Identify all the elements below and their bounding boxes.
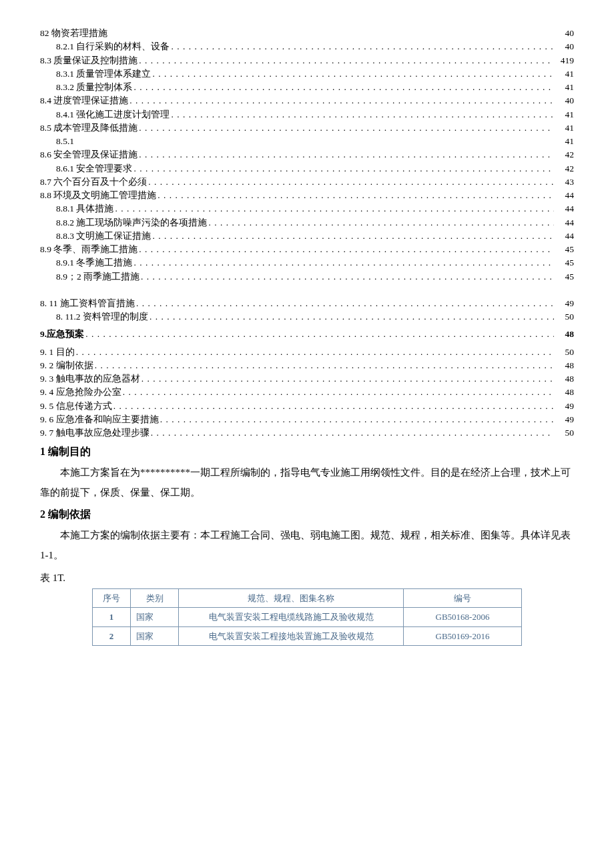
toc-row: 9. 2 编制依据. . . . . . . . . . . . . . . .… <box>40 359 574 372</box>
toc-page: 50 <box>554 346 574 359</box>
toc-row: 8.4.1 强化施工进度计划管理. . . . . . . . . . . . … <box>40 108 574 121</box>
toc-label: 9. 4 应急抢险办公室 <box>40 386 121 399</box>
toc-label: 9. 1 目的 <box>40 346 75 359</box>
toc-page: 48 <box>554 359 574 372</box>
toc-label: 8.8.3 文明施工保证措施 <box>56 230 151 243</box>
toc-label: 9. 7 触电事故应急处理步骤 <box>40 426 149 440</box>
toc-label: 9.应急预案 <box>40 328 84 341</box>
toc-dots: . . . . . . . . . . . . . . . . . . . . … <box>137 243 554 256</box>
toc-dots: . . . . . . . . . . . . . . . . . . . . … <box>207 216 554 230</box>
toc-label: 8.6.1 安全管理要求 <box>56 162 132 175</box>
heading-2: 2 编制依据 <box>40 506 574 522</box>
toc-dots: . . . . . . . . . . . . . . . . . . . . … <box>137 121 554 135</box>
toc-row: 9. 6 应急准备和响应主要措施. . . . . . . . . . . . … <box>40 413 574 426</box>
table-header-row: 序号 类别 规范、规程、图集名称 编号 <box>93 588 522 608</box>
cell-cat: 国家 <box>131 626 179 646</box>
toc-row: 9. 5 信息传递方式. . . . . . . . . . . . . . .… <box>40 400 574 413</box>
toc-row: 8. 11.2 资料管理的制度. . . . . . . . . . . . .… <box>40 310 574 324</box>
toc-row: 82 物资若理措施. . . . . . . . . . . . . . . .… <box>40 27 574 40</box>
toc-row: 8.8 环境及文明施工管理措施. . . . . . . . . . . . .… <box>40 189 574 202</box>
toc-dots: . . . . . . . . . . . . . . . . . . . . … <box>170 108 554 121</box>
standards-table: 序号 类别 规范、规程、图集名称 编号 1国家电气装置安装工程电缆线路施工及验收… <box>92 588 522 646</box>
toc-dots: . . . . . . . . . . . . . . . . . . . . … <box>135 297 554 310</box>
table-row: 1国家电气装置安装工程电缆线路施工及验收规范GB50168-2006 <box>93 608 522 627</box>
toc-row: 8.3.1 质量管理体系建立. . . . . . . . . . . . . … <box>40 67 574 81</box>
toc-page: 41 <box>554 121 574 135</box>
toc-page: 50 <box>554 426 574 440</box>
table-label: 表 1T. <box>40 570 574 586</box>
toc-page: 41 <box>554 108 574 121</box>
toc-dots: . . . . . . . . . . . . . . . . . . . . … <box>140 372 554 386</box>
toc-page: 44 <box>554 189 574 202</box>
toc-dots: . . . . . . . . . . . . . . . . . . . . … <box>75 346 554 359</box>
toc-dots: . . . . . . . . . . . . . . . . . . . . … <box>121 386 554 399</box>
toc-dots: . . . . . . . . . . . . . . . . . . . . … <box>132 81 554 94</box>
toc-row: 8.4 进度管理保证措施. . . . . . . . . . . . . . … <box>40 94 574 107</box>
toc-page: 41 <box>554 81 574 94</box>
toc-row: 8.9.1 冬季施工措施. . . . . . . . . . . . . . … <box>40 256 574 270</box>
toc-row: 8.8.1 具体措施. . . . . . . . . . . . . . . … <box>40 202 574 215</box>
toc-row: 8.9 冬季、雨季施工措施. . . . . . . . . . . . . .… <box>40 243 574 256</box>
toc-dots: . . . . . . . . . . . . . . . . . . . . … <box>139 270 554 284</box>
table-row: 2国家电气装置安装工程接地装置施工及验收规范GB50169-2016 <box>93 626 522 646</box>
toc-dots: . . . . . . . . . . . . . . . . . . . . … <box>151 230 554 243</box>
toc-page: 419 <box>554 54 574 67</box>
toc-label: 9. 2 编制依据 <box>40 359 93 372</box>
toc-group-9-items: 9. 1 目的. . . . . . . . . . . . . . . . .… <box>40 346 574 440</box>
toc-page: 48 <box>554 372 574 386</box>
toc-page: 41 <box>554 67 574 81</box>
th-name: 规范、规程、图集名称 <box>179 588 404 608</box>
toc-label: 8.4 进度管理保证措施 <box>40 94 128 107</box>
toc-dots: . . . . . . . . . . . . . . . . . . . . … <box>93 359 554 372</box>
toc-page: 42 <box>554 148 574 161</box>
paragraph-2: 本施工方案的编制依据主要有：本工程施工合同、强电、弱电施工图。规范、规程，相关标… <box>40 525 574 565</box>
toc-group-8: 82 物资若理措施. . . . . . . . . . . . . . . .… <box>40 27 574 284</box>
th-cat: 类别 <box>131 588 179 608</box>
toc-dots: . . . . . . . . . . . . . . . . . . . . … <box>156 189 554 202</box>
toc-label: 9. 5 信息传递方式 <box>40 400 112 413</box>
toc-page: 43 <box>554 175 574 189</box>
toc-row: 9. 4 应急抢险办公室. . . . . . . . . . . . . . … <box>40 386 574 399</box>
toc-label: 8.8 环境及文明施工管理措施 <box>40 189 156 202</box>
toc-dots: . . . . . . . . . . . . . . . . . . . . … <box>137 54 554 67</box>
toc-label: 8.5.1 <box>56 135 74 148</box>
toc-page: 40 <box>554 27 574 40</box>
toc-dots: . . . . . . . . . . . . . . . . . . . . … <box>148 310 554 324</box>
toc-page: 45 <box>554 243 574 256</box>
toc-dots: . . . . . . . . . . . . . . . . . . . . … <box>84 328 554 341</box>
toc-dots: . . . . . . . . . . . . . . . . . . . . … <box>128 94 554 107</box>
cell-name: 电气装置安装工程电缆线路施工及验收规范 <box>179 608 404 627</box>
toc-row: 8.5 成本管理及降低措施. . . . . . . . . . . . . .… <box>40 121 574 135</box>
toc-dots: . . . . . . . . . . . . . . . . . . . . … <box>113 202 554 215</box>
toc-page: 49 <box>554 413 574 426</box>
toc-row: 9. 1 目的. . . . . . . . . . . . . . . . .… <box>40 346 574 359</box>
toc-dots: . . . . . . . . . . . . . . . . . . . . … <box>112 400 554 413</box>
toc-label: 8.9.1 冬季施工措施 <box>56 256 132 270</box>
toc-dots: . . . . . . . . . . . . . . . . . . . . … <box>107 27 554 40</box>
toc-page: 49 <box>554 400 574 413</box>
toc-row: 8.3 质量保证及控制措施. . . . . . . . . . . . . .… <box>40 54 574 67</box>
toc-label: 9. 6 应急准备和响应主要措施 <box>40 413 159 426</box>
toc-page: 49 <box>554 297 574 310</box>
toc-row: 8.6 安全管理及保证措施. . . . . . . . . . . . . .… <box>40 148 574 161</box>
toc-row: 9.应急预案. . . . . . . . . . . . . . . . . … <box>40 328 574 341</box>
toc-row: 8. 11 施工资料管盲措施. . . . . . . . . . . . . … <box>40 297 574 310</box>
cell-code: GB50168-2006 <box>404 608 522 627</box>
toc-dots: . . . . . . . . . . . . . . . . . . . . … <box>137 148 554 161</box>
toc-dots: . . . . . . . . . . . . . . . . . . . . … <box>170 40 554 53</box>
toc-page: 45 <box>554 256 574 270</box>
toc-page: 48 <box>554 386 574 399</box>
toc-dots: . . . . . . . . . . . . . . . . . . . . … <box>159 413 554 426</box>
toc-group-9-heading: 9.应急预案. . . . . . . . . . . . . . . . . … <box>40 328 574 341</box>
cell-code: GB50169-2016 <box>404 626 522 646</box>
toc-label: 8.3 质量保证及控制措施 <box>40 54 137 67</box>
cell-seq: 1 <box>93 608 131 627</box>
toc-dots: . . . . . . . . . . . . . . . . . . . . … <box>132 256 554 270</box>
toc-row: 8.3.2 质量控制体系. . . . . . . . . . . . . . … <box>40 81 574 94</box>
toc-group-8-11: 8. 11 施工资料管盲措施. . . . . . . . . . . . . … <box>40 297 574 324</box>
toc-label: 8.9 冬季、雨季施工措施 <box>40 243 137 256</box>
toc-dots: . . . . . . . . . . . . . . . . . . . . … <box>147 175 554 189</box>
toc-row: 8.8.3 文明施工保证措施. . . . . . . . . . . . . … <box>40 230 574 243</box>
th-code: 编号 <box>404 588 522 608</box>
toc-page: 40 <box>554 40 574 53</box>
